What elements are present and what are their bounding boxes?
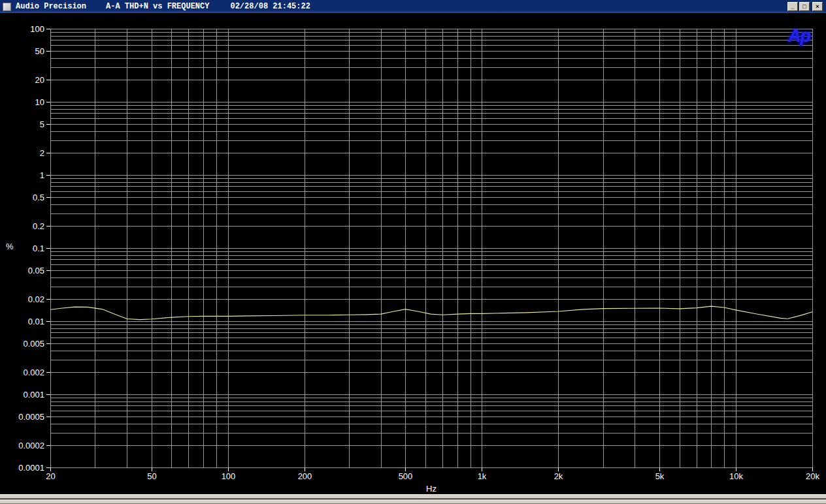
maximize-button[interactable]: □	[799, 2, 810, 11]
scrollbar-track-bottom[interactable]	[0, 499, 826, 504]
x-tick-label: 5k	[655, 471, 665, 481]
x-tick-label: 200	[298, 471, 312, 481]
window-title-timestamp: 02/28/08 21:45:22	[230, 2, 310, 11]
y-tick-label: 50	[35, 46, 44, 56]
thdn-vs-frequency-chart: 20501002005001k2k5k10k20k1005020105210.5…	[0, 13, 826, 494]
x-tick-label: 20k	[806, 471, 819, 481]
bottom-scrollbar[interactable]	[0, 494, 826, 504]
y-tick-label: 2	[40, 148, 44, 158]
y-tick-label: 0.001	[23, 390, 44, 400]
window-title-measurement: A-A THD+N vs FREQUENCY	[106, 2, 209, 11]
y-axis-unit-label: %	[6, 242, 14, 251]
window-controls: _ □ ×	[786, 2, 823, 11]
y-tick-label: 100	[30, 24, 44, 34]
x-axis-unit-label: Hz	[399, 484, 464, 494]
y-tick-label: 0.005	[23, 339, 44, 349]
audio-precision-window: Audio Precision A-A THD+N vs FREQUENCY 0…	[0, 0, 826, 504]
y-tick-label: 5	[40, 119, 44, 129]
y-tick-label: 10	[35, 97, 44, 107]
x-tick-label: 100	[222, 471, 236, 481]
y-tick-label: 0.0005	[18, 412, 44, 422]
x-tick-label: 10k	[729, 471, 743, 481]
window-title-app: Audio Precision	[16, 2, 86, 11]
y-tick-label: 0.0001	[18, 463, 44, 473]
close-button[interactable]: ×	[812, 2, 823, 11]
audio-precision-logo: Ap	[788, 26, 810, 46]
y-tick-label: 0.2	[33, 221, 44, 231]
x-tick-label: 2k	[554, 471, 563, 481]
x-tick-label: 1k	[478, 471, 487, 481]
y-tick-label: 0.002	[23, 368, 44, 377]
titlebar[interactable]: Audio Precision A-A THD+N vs FREQUENCY 0…	[0, 0, 826, 13]
x-tick-label: 50	[147, 471, 156, 481]
y-tick-label: 0.1	[33, 244, 44, 253]
x-tick-label: 500	[399, 471, 413, 481]
y-tick-label: 0.02	[28, 294, 44, 304]
y-tick-label: 1	[40, 170, 44, 180]
scrollbar-track-top[interactable]	[0, 494, 826, 499]
y-tick-label: 0.5	[33, 193, 44, 202]
plot-client-area: 20501002005001k2k5k10k20k1005020105210.5…	[0, 13, 826, 494]
minimize-button[interactable]: _	[787, 2, 798, 11]
y-tick-label: 0.0002	[18, 441, 44, 450]
y-tick-label: 20	[35, 75, 44, 85]
y-tick-label: 0.01	[28, 317, 44, 326]
x-tick-label: 20	[46, 471, 55, 481]
thdn-trace	[50, 306, 812, 320]
app-icon[interactable]	[3, 3, 11, 11]
y-tick-label: 0.05	[28, 266, 44, 276]
